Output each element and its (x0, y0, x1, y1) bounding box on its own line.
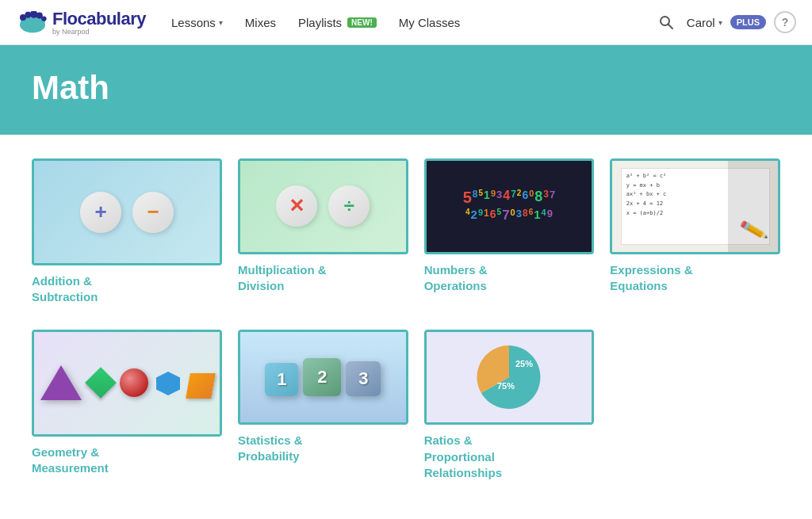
card-numbers-operations[interactable]: 5 8 5 1 9 3 4 7 2 6 0 8 3 7 4 (424, 158, 595, 306)
svg-line-9 (668, 25, 672, 29)
navbar: Flocabulary by Nearpod Lessons ▾ Mixes P… (0, 0, 812, 45)
nav-links: Lessons ▾ Mixes Playlists NEW! My Classe… (162, 11, 645, 34)
category-grid: + − Addition &Subtraction ✕ ÷ (32, 158, 780, 481)
svg-text:25%: 25% (515, 359, 533, 368)
main-content: + − Addition &Subtraction ✕ ÷ (0, 135, 812, 505)
card-label: Geometry &Measurement (32, 445, 222, 477)
new-badge: NEW! (347, 17, 377, 28)
plus-circle: + (80, 192, 121, 233)
logo-subtitle: by Nearpod (52, 28, 146, 36)
card-ratios-proportional[interactable]: 75% 25% Ratios &ProportionalRelationship… (424, 330, 595, 482)
card-label: Addition &Subtraction (32, 273, 222, 306)
card-geometry-measurement[interactable]: Geometry &Measurement (32, 330, 222, 482)
dice-1: 1 (265, 363, 298, 396)
card-multiplication-division[interactable]: ✕ ÷ Multiplication &Division (238, 158, 408, 306)
card-label: Ratios &ProportionalRelationships (424, 433, 595, 481)
card-image-numbers-operations: 5 8 5 1 9 3 4 7 2 6 0 8 3 7 4 (424, 158, 595, 254)
nav-mixes[interactable]: Mixes (236, 11, 285, 34)
dice-3: 3 (346, 361, 381, 396)
svg-point-7 (41, 16, 46, 21)
pie-chart: 75% 25% (473, 342, 545, 413)
card-image-ratios-proportional: 75% 25% (424, 330, 595, 426)
help-button[interactable]: ? (774, 11, 796, 33)
logo[interactable]: Flocabulary by Nearpod (16, 9, 146, 36)
logo-title: Flocabulary (52, 9, 146, 29)
card-image-statistics-probability: 1 2 3 (238, 330, 408, 426)
times-icon: ✕ (289, 195, 304, 217)
dice-visual: 1 2 3 (265, 358, 381, 396)
svg-text:75%: 75% (497, 381, 515, 391)
chevron-down-icon: ▾ (219, 18, 223, 27)
div-icon: ÷ (344, 195, 354, 217)
page-title: Math (32, 69, 780, 107)
hero-banner: Math (0, 45, 812, 135)
user-menu[interactable]: Carol ▾ (687, 16, 722, 29)
dice-2: 2 (303, 358, 341, 396)
card-image-addition-subtraction: + − (32, 158, 222, 265)
nav-playlists[interactable]: Playlists NEW! (289, 11, 386, 34)
card-statistics-probability[interactable]: 1 2 3 Statistics &Probability (238, 330, 408, 482)
card-label: Expressions &Equations (610, 262, 780, 295)
user-chevron-icon: ▾ (718, 18, 722, 27)
card-expressions-equations[interactable]: a² + b² = c² y = mx + b ax² + bx + c 2x … (610, 158, 780, 306)
search-icon[interactable] (653, 10, 679, 35)
plus-icon: + (94, 200, 106, 224)
card-addition-subtraction[interactable]: + − Addition &Subtraction (32, 158, 222, 306)
div-circle: ÷ (328, 185, 370, 227)
minus-circle: − (132, 192, 174, 233)
card-label: Multiplication &Division (238, 262, 408, 295)
card-image-multiplication-division: ✕ ÷ (238, 158, 408, 254)
plus-badge[interactable]: PLUS (730, 15, 766, 29)
card-image-geometry-measurement (32, 330, 222, 437)
card-label: Numbers &Operations (424, 262, 595, 295)
minus-icon: − (147, 200, 159, 224)
card-label: Statistics &Probability (238, 433, 408, 465)
nav-my-classes[interactable]: My Classes (389, 11, 470, 34)
nav-lessons[interactable]: Lessons ▾ (162, 11, 232, 34)
nav-right: Carol ▾ PLUS ? (687, 11, 796, 33)
card-image-expressions-equations: a² + b² = c² y = mx + b ax² + bx + c 2x … (610, 158, 780, 254)
times-circle: ✕ (276, 185, 317, 227)
